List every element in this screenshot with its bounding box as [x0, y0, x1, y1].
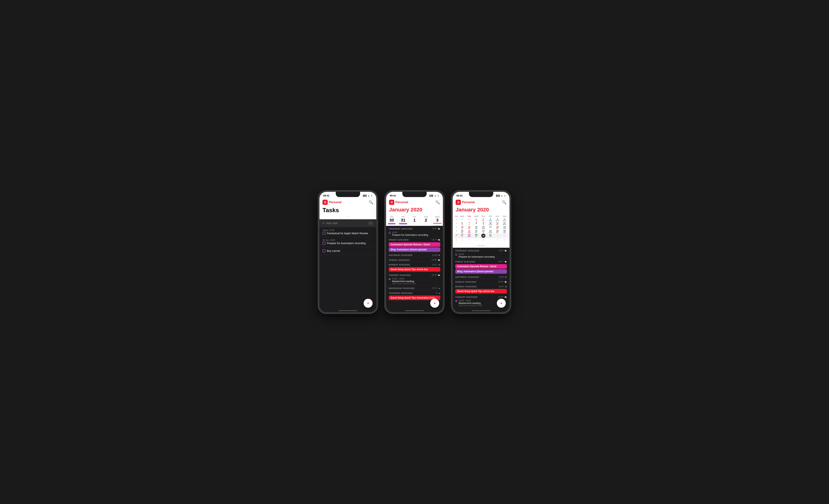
day-section-fri-3: FRIDAY 31/01/2020 13°/7° ⛅ Automators Ep…	[453, 259, 509, 274]
weather-icon: 🌧	[438, 254, 440, 256]
week-day-thu-2[interactable]: THU 30	[386, 215, 397, 226]
cal-cell[interactable]: 30	[459, 218, 466, 222]
cal-cell[interactable]: 11	[494, 222, 501, 226]
cal-cell[interactable]: 3	[459, 238, 466, 241]
battery-icon-3: 🔋	[504, 195, 506, 197]
new-task-label[interactable]: New Task	[326, 222, 338, 225]
cal-cell[interactable]: 31	[466, 218, 473, 222]
event-pill-red[interactable]: Sweet Setup Quick Tips article due	[389, 267, 440, 272]
cal-cell[interactable]: 21	[466, 229, 473, 233]
event-name: Mastermind meeting	[459, 302, 482, 305]
cal-cell[interactable]: 10	[487, 222, 494, 226]
cal-cell[interactable]: 26	[501, 229, 508, 233]
cal-cell[interactable]: 5	[473, 238, 480, 241]
cal-cell[interactable]: 27	[459, 233, 466, 238]
cal-row-1: 1 30 31 1 2 3 4 5	[454, 218, 508, 222]
wifi-icon: ▲	[368, 195, 370, 197]
weather-info: 14°/7° 🌤	[432, 264, 440, 266]
event-pill-pink[interactable]: Automators Episode Release - David	[389, 242, 440, 247]
chevron-down-icon[interactable]: ⌄	[322, 214, 373, 217]
status-time-3: 09:41	[457, 194, 463, 197]
cal-cell[interactable]: 17	[487, 226, 494, 229]
cal-cell[interactable]: 8	[494, 238, 501, 241]
fab-button-3[interactable]: +	[497, 299, 506, 308]
cal-cell[interactable]: 6	[459, 222, 466, 226]
weather-info: 13°/8° 🌧	[432, 254, 440, 256]
cal-cell[interactable]: 1	[473, 218, 480, 222]
cal-cell[interactable]: 22	[473, 229, 480, 233]
week-day-fri-2[interactable]: FRI 31	[397, 215, 409, 226]
cal-year-3: 2020	[477, 207, 489, 212]
cal-cell[interactable]: 13	[459, 226, 466, 229]
event-pill-red-3[interactable]: Sweet Setup Quick Tips article due	[455, 289, 507, 294]
day-section-thu-3: THURSDAY 30/01/2020 8°/1° ⛅ 18:00 Prepar…	[453, 248, 509, 259]
fab-button-1[interactable]: +	[364, 299, 372, 308]
event-pill-purple[interactable]: Blog: Automators (David episode)	[389, 247, 440, 252]
cal-cell[interactable]: 9	[501, 238, 508, 241]
scroll-indicator-3	[453, 243, 509, 248]
task-checkbox-0[interactable]	[322, 232, 325, 235]
cal-cell[interactable]: 25	[494, 229, 501, 233]
week-day-sat-2[interactable]: SAT 1	[409, 215, 420, 226]
cal-cell[interactable]: 24	[487, 229, 494, 233]
cal-cell[interactable]: 9	[480, 222, 487, 226]
more-options-button[interactable]: ···	[368, 221, 373, 225]
task-checkbox-2[interactable]	[322, 249, 325, 253]
cal-cell[interactable]: 4	[466, 238, 473, 241]
search-button-3[interactable]: 🔍	[502, 200, 507, 204]
cal-cell[interactable]: 7	[466, 222, 473, 226]
cal-cell[interactable]: 2	[501, 233, 508, 238]
weather-info: 13°/9° ⛅	[432, 259, 440, 261]
cal-cell[interactable]: 8	[473, 222, 480, 226]
day-num: 1	[409, 218, 420, 223]
cal-cell[interactable]: 3	[487, 218, 494, 222]
day-section-sun-2: SUNDAY 02/02/2020 13°/9° ⛅	[386, 257, 443, 262]
day-num: 31	[398, 218, 408, 223]
search-button-1[interactable]: 🔍	[369, 200, 373, 204]
cal-cell[interactable]: 12	[501, 222, 508, 226]
fab-button-2[interactable]: +	[430, 299, 439, 308]
cal-cell[interactable]: 28	[466, 233, 473, 238]
cal-cell[interactable]: 15	[473, 226, 480, 229]
task-item-1[interactable]: 30 Jan, 18:00 Prepare for Automators rec…	[320, 237, 376, 247]
cal-cell[interactable]: 14	[466, 226, 473, 229]
add-task-icon[interactable]: +	[322, 221, 325, 225]
nav-title-1: Personal	[329, 201, 341, 204]
event-item-mastermind[interactable]: 18:00 - 19:00 Mastermind meeting https:/…	[386, 277, 443, 285]
app-icon-3: ☰	[456, 200, 461, 205]
weather-icon: 🌤	[438, 264, 440, 266]
cal-cell[interactable]: 5	[501, 218, 508, 222]
cal-cell-today[interactable]: 30	[480, 233, 487, 238]
cal-cell[interactable]: 2	[480, 218, 487, 222]
cal-cell[interactable]: 1	[494, 233, 501, 238]
day-section-sun-3: SUNDAY 02/02/2020 13°/9° ⛅	[453, 279, 509, 284]
weather-info: 11°/3° ⛅	[432, 274, 440, 276]
signal-icon: ▌▌▌	[363, 195, 367, 197]
event-pill-purple-3[interactable]: Blog: Automators (David episode)	[455, 269, 507, 274]
cal-cell[interactable]: 6	[480, 238, 487, 241]
task-item-0[interactable]: Today, 21:00 Fantastical for Apple Watch…	[320, 227, 376, 237]
task-item-2[interactable]: Buy carrots	[320, 247, 376, 255]
event-pill-pink-3[interactable]: Automators Episode Release - David	[455, 264, 507, 269]
event-item[interactable]: 18:00 Prepare for Automators recording	[386, 231, 443, 237]
status-bar-1: 09:41 ▌▌▌ ▲ 🔋	[320, 192, 376, 198]
task-checkbox-1[interactable]	[322, 242, 325, 245]
cal-cell[interactable]: 18	[494, 226, 501, 229]
event-bar	[433, 223, 442, 224]
event-item[interactable]: 18:00 Prepare for Automators recording	[453, 253, 509, 259]
cal-cell[interactable]: 23	[480, 229, 487, 233]
day-header-label: WEDNESDAY 05/02/2020	[389, 287, 414, 289]
week-day-sun-2[interactable]: SUN 2	[420, 215, 432, 226]
week-day-mon-2[interactable]: MON 3	[432, 215, 443, 226]
cal-month-2: January	[389, 207, 410, 212]
cal-cell[interactable]: 16	[480, 226, 487, 229]
cal-cell[interactable]: 7	[487, 238, 494, 241]
cal-cell[interactable]: 31	[487, 233, 494, 238]
weather-info: 14°/7° 🌤	[499, 285, 507, 288]
search-button-2[interactable]: 🔍	[435, 200, 440, 204]
cal-cell[interactable]: 19	[501, 226, 508, 229]
cal-cell[interactable]: 20	[459, 229, 466, 233]
event-time: 18:00	[459, 253, 495, 256]
cal-cell[interactable]: 29	[473, 233, 480, 238]
cal-cell[interactable]: 4	[494, 218, 501, 222]
